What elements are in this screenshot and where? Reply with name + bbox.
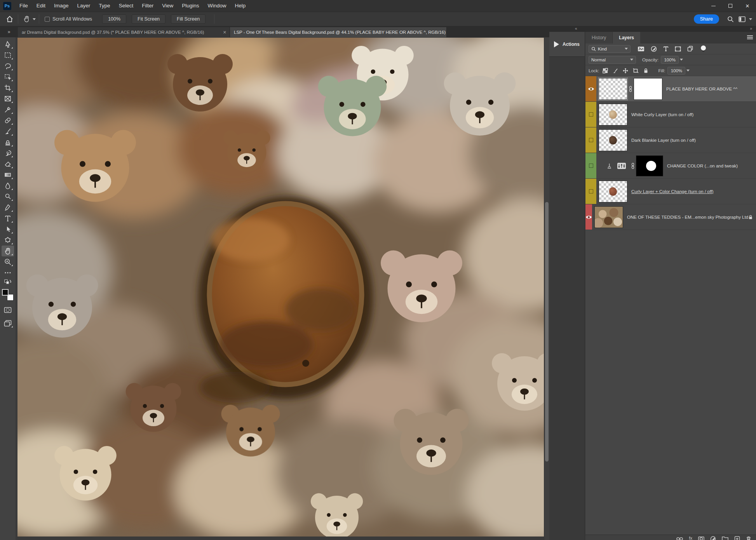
scroll-all-windows-checkbox[interactable] [45,17,50,22]
filter-kind-select[interactable]: Kind [589,45,631,53]
layer-thumbnail-teddies-photo[interactable] [594,206,623,228]
document-canvas-teddy-bears-photo[interactable] [17,38,544,537]
gradient-tool[interactable] [2,169,14,180]
fill-caret[interactable] [686,70,690,71]
layer-style-fx-icon[interactable]: fx [689,536,692,540]
crop-tool[interactable] [2,82,14,93]
path-selection-tool[interactable] [2,224,14,235]
new-layer-icon[interactable] [734,536,740,540]
lock-all-icon[interactable] [643,68,648,73]
layer-row-background-teddies[interactable]: ONE OF THESE TEDDIES - EM...emon sky Pho… [585,204,756,230]
layer-row-dark-blankie[interactable]: Dark Blankie Layer (turn on / off) [585,127,756,153]
layer-thumbnail-curly-red[interactable] [599,181,627,202]
object-selection-tool[interactable] [2,71,14,82]
visibility-toggle-hidden[interactable] [589,164,593,168]
visibility-toggle-hidden[interactable] [589,112,593,117]
adjustment-layer-icon[interactable] [617,162,626,169]
visibility-toggle-hidden[interactable] [589,189,593,193]
lasso-tool[interactable] [2,61,14,71]
maximize-button[interactable] [722,0,739,12]
type-tool[interactable] [2,213,14,224]
collapse-actions-icon[interactable]: « [575,26,577,31]
pen-tool[interactable] [2,202,14,213]
canvas-scrollbar-thumb[interactable] [545,202,549,462]
frame-tool[interactable] [2,93,14,104]
menu-layer[interactable]: Layer [73,0,95,12]
opacity-caret[interactable] [680,59,683,61]
search-icon[interactable] [725,14,736,24]
blend-mode-select[interactable]: Normal [589,56,636,64]
menu-file[interactable]: File [15,0,32,12]
swap-colors-icon[interactable] [2,278,14,286]
mask-link-icon[interactable] [629,86,632,92]
document-tab-2[interactable]: LSP - One Of These Bears Digital Backgro… [230,27,447,37]
marquee-tool[interactable] [2,50,14,61]
hand-tool-dropdown-caret[interactable] [33,18,36,20]
add-mask-icon[interactable] [698,536,704,540]
workspace-dropdown-caret[interactable] [749,18,752,20]
layer-row-white-curly[interactable]: White Curly Layer (turn on / off) [585,102,756,127]
lock-transparency-icon[interactable] [603,68,608,73]
visibility-eye-icon[interactable] [588,87,594,91]
hand-tool-option-icon[interactable] [21,14,31,24]
menu-select[interactable]: Select [115,0,138,12]
filter-adjustment-layers-icon[interactable] [651,46,657,52]
screen-mode-icon[interactable] [2,318,14,329]
dodge-tool[interactable] [2,191,14,202]
filter-shape-layers-icon[interactable] [675,46,681,52]
menu-view[interactable]: View [158,0,178,12]
filter-pixel-layers-icon[interactable] [638,46,645,52]
link-layers-icon[interactable] [676,536,683,540]
layer-row-place-baby[interactable]: PLACE BABY HERE OR ABOVE ^^ [585,76,756,102]
visibility-toggle-hidden[interactable] [589,138,593,142]
history-brush-tool[interactable] [2,148,14,159]
lock-pixels-icon[interactable] [613,68,618,73]
minimize-button[interactable] [705,0,722,12]
fill-screen-button[interactable]: Fill Screen [171,14,206,24]
lock-artboard-icon[interactable] [633,68,639,73]
workspace-switcher-icon[interactable] [736,14,748,24]
canvas-pasteboard[interactable] [16,37,544,540]
foreground-color-swatch[interactable] [2,289,9,296]
menu-plugins[interactable]: Plugins [178,0,203,12]
fit-screen-button[interactable]: Fit Screen [132,14,165,24]
edit-toolbar-icon[interactable] [2,267,14,278]
layer-row-curly-color-change[interactable]: Curly Layer + Color Change (turn on / of… [585,179,756,204]
layer-thumbnail-dark-blankie[interactable] [599,129,627,151]
layer-thumbnail-white-curly[interactable] [599,104,627,125]
eraser-tool[interactable] [2,159,14,169]
layer-name[interactable]: PLACE BABY HERE OR ABOVE ^^ [666,87,737,91]
share-button[interactable]: Share [694,14,719,24]
close-button[interactable]: ✕ [739,0,756,12]
filter-smart-objects-icon[interactable] [687,46,693,52]
panel-menu-icon[interactable] [747,35,753,40]
filter-type-layers-icon[interactable] [663,46,669,52]
shape-tool[interactable] [2,235,14,246]
move-tool[interactable] [2,39,14,50]
menu-filter[interactable]: Filter [138,0,158,12]
layer-name[interactable]: White Curly Layer (turn on / off) [631,112,693,117]
foreground-background-swatches[interactable] [2,289,14,301]
actions-panel-header[interactable]: Actions [549,32,585,57]
delete-layer-icon[interactable] [746,536,751,540]
canvas-vertical-scrollbar[interactable] [544,37,549,540]
menu-edit[interactable]: Edit [32,0,50,12]
quick-mask-icon[interactable] [2,305,14,315]
collapse-panels-icon[interactable]: » [750,26,752,31]
layer-mask-thumbnail-white[interactable] [634,78,662,100]
mask-link-icon[interactable] [631,163,635,169]
layer-name[interactable]: Curly Layer + Color Change (turn on / of… [631,189,714,194]
tab-1-close-icon[interactable]: ✕ [220,30,226,35]
menu-image[interactable]: Image [50,0,73,12]
layer-thumbnail-transparent[interactable] [599,78,627,100]
zoom-tool[interactable] [2,256,14,267]
menu-window[interactable]: Window [203,0,230,12]
visibility-eye-icon[interactable] [585,215,592,219]
brush-tool[interactable] [2,126,14,137]
zoom-100-button[interactable]: 100% [102,14,126,24]
tab-layers[interactable]: Layers [613,32,640,44]
tab-overflow-icon[interactable]: » [0,26,18,37]
home-icon[interactable] [5,14,15,24]
opacity-value[interactable]: 100% [661,56,679,64]
clone-stamp-tool[interactable] [2,137,14,148]
